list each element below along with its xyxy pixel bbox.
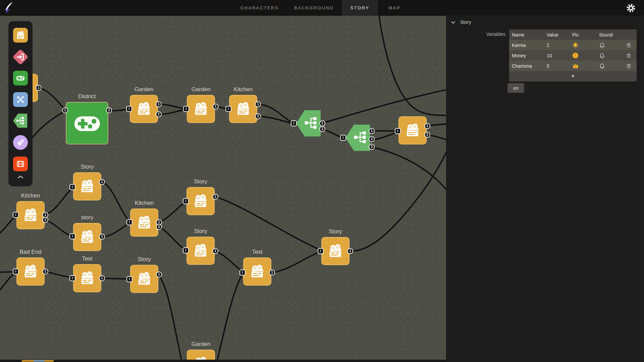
connection-edge[interactable] — [215, 251, 242, 272]
output-port-2[interactable]: 2 — [255, 113, 261, 119]
scene-node-body[interactable] — [187, 95, 215, 123]
connection-edge[interactable] — [379, 16, 446, 116]
input-port[interactable]: i — [183, 106, 189, 112]
variable-row-karma[interactable]: Karma 2 — [509, 40, 637, 50]
garden-node[interactable]: Garden i12 — [130, 95, 158, 123]
connection-edge[interactable] — [45, 188, 72, 215]
trash-icon[interactable] — [626, 53, 632, 58]
tool-movie-node[interactable] — [13, 157, 28, 171]
output-port-1[interactable]: 1 — [156, 101, 162, 107]
scene-node-body[interactable] — [130, 208, 158, 237]
tab-background[interactable]: BACKGROUND — [293, 0, 334, 16]
kitchen-node[interactable]: Kitchen i12 — [16, 201, 45, 229]
condition-node-body[interactable] — [345, 124, 371, 152]
variable-value[interactable]: 5 — [547, 63, 572, 69]
test-node[interactable]: Test i1 — [243, 257, 271, 286]
variable-row-charisma[interactable]: Charisma 5 — [509, 61, 637, 71]
input-port[interactable]: i — [69, 233, 75, 239]
scene-node-body[interactable] — [229, 95, 257, 123]
output-port-1[interactable]: 1 — [212, 248, 218, 254]
story-node[interactable]: Story i1 — [186, 237, 215, 265]
story-node[interactable]: Story i1 — [73, 172, 101, 200]
output-port-2[interactable]: 2 — [424, 132, 430, 138]
output-port-1[interactable]: 1 — [62, 107, 68, 113]
garden-node[interactable]: Garden i1 — [187, 95, 215, 123]
connection-edge[interactable] — [216, 274, 243, 362]
input-port[interactable]: i — [126, 276, 132, 282]
scene-node-body[interactable] — [130, 95, 158, 123]
output-port-1[interactable]: 1 — [99, 179, 105, 185]
tool-exit-node[interactable] — [13, 50, 28, 64]
output-port-2[interactable]: 2 — [319, 126, 325, 132]
variable-name[interactable]: Karma — [509, 43, 547, 48]
scene-node-body[interactable] — [130, 265, 158, 293]
kitchen-node[interactable]: Kitchen i12 — [229, 95, 257, 123]
trash-icon[interactable] — [626, 42, 632, 48]
connection-edge[interactable] — [45, 220, 72, 236]
branch-1-node[interactable]: i12 — [296, 110, 322, 137]
input-port[interactable]: i — [183, 247, 189, 253]
trash-icon[interactable] — [626, 63, 632, 69]
output-port-1[interactable]: 1 — [424, 123, 430, 129]
scrollbar-segment[interactable] — [45, 360, 54, 362]
input-port[interactable]: i — [395, 128, 401, 134]
bell-icon[interactable] — [599, 63, 605, 69]
district-node[interactable]: District 12 — [66, 102, 108, 144]
panel-section-header[interactable]: Story — [446, 16, 644, 29]
game-node-body[interactable] — [66, 102, 108, 144]
test-node[interactable]: Test i1 — [73, 264, 101, 292]
scene-node-body[interactable] — [73, 172, 101, 200]
story-node[interactable]: story i1 — [73, 223, 101, 251]
branch-2-node[interactable]: i123 — [345, 124, 371, 152]
variable-row-money[interactable]: Money 10 $ — [509, 50, 637, 61]
variable-name[interactable]: Charisma — [509, 63, 547, 69]
connection-edge[interactable] — [158, 202, 185, 222]
connection-edge[interactable] — [158, 227, 185, 250]
story-node[interactable]: Story i1 — [130, 265, 158, 293]
connection-edge[interactable] — [0, 273, 15, 292]
scene-node-body[interactable] — [186, 237, 215, 265]
crown-icon[interactable] — [572, 63, 579, 69]
tool-condition-node[interactable] — [13, 113, 28, 128]
scrollbar-segment[interactable] — [22, 360, 34, 362]
output-port-1[interactable]: 1 — [156, 272, 162, 278]
connection-edge[interactable] — [272, 252, 320, 273]
add-variable-button[interactable]: + — [509, 71, 637, 81]
output-port-2[interactable]: 2 — [106, 107, 112, 113]
scrollbar-segment[interactable] — [34, 360, 45, 362]
toolbar-collapse-button[interactable] — [8, 172, 33, 182]
input-port[interactable]: i — [340, 135, 346, 141]
connection-edge[interactable] — [371, 132, 398, 140]
sun-icon[interactable] — [572, 42, 579, 48]
gear-icon[interactable] — [626, 3, 636, 13]
output-port-2[interactable]: 2 — [156, 111, 162, 117]
tab-story[interactable]: STORY — [342, 0, 378, 16]
scene-node-body[interactable] — [16, 257, 45, 286]
variable-value[interactable]: 10 — [547, 53, 572, 58]
tool-game-node[interactable] — [13, 71, 28, 85]
quill-logo-icon[interactable] — [3, 1, 15, 14]
connection-edge[interactable] — [258, 104, 292, 123]
variable-value[interactable]: 2 — [547, 43, 572, 48]
output-port-2[interactable]: 2 — [156, 224, 162, 230]
connection-edge[interactable] — [45, 272, 72, 278]
language-button[interactable]: en — [507, 83, 524, 93]
output-port-1[interactable]: 1 — [369, 128, 375, 134]
scene-node-body[interactable] — [16, 201, 45, 229]
coin-icon[interactable]: $ — [572, 52, 579, 59]
output-port-1[interactable]: 1 — [347, 248, 353, 254]
input-port[interactable]: i — [239, 269, 246, 276]
output-port-1[interactable]: 1 — [99, 275, 105, 281]
output-port-1[interactable]: 1 — [99, 234, 105, 240]
connection-edge[interactable] — [102, 182, 129, 221]
connection-edge[interactable] — [215, 197, 320, 250]
input-port[interactable]: i — [69, 184, 75, 190]
connection-edge[interactable] — [159, 104, 185, 109]
connection-edge[interactable] — [158, 274, 182, 362]
horizontal-scrollbar[interactable] — [0, 360, 446, 362]
connection-edge[interactable] — [0, 216, 15, 235]
connection-edge[interactable] — [350, 153, 446, 251]
scene-node-body[interactable] — [398, 116, 427, 144]
scene-right-node[interactable]: i12 — [398, 116, 427, 144]
connection-edge[interactable] — [102, 278, 129, 279]
